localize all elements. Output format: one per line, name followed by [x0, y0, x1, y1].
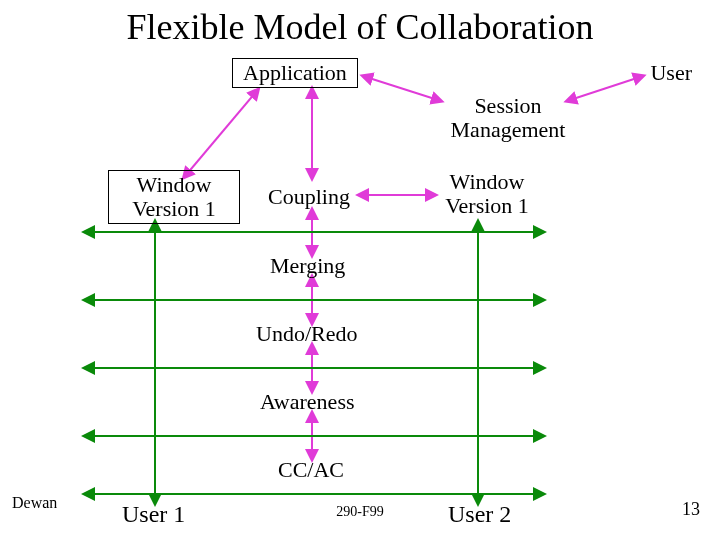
- window-version-right-label: Window Version 1: [432, 170, 542, 218]
- undo-redo-label: Undo/Redo: [256, 322, 357, 346]
- window-version-left-box: Window Version 1: [108, 170, 240, 224]
- footer-page: 13: [682, 499, 700, 520]
- merging-label: Merging: [270, 254, 345, 278]
- svg-line-2: [186, 92, 256, 175]
- slide-title: Flexible Model of Collaboration: [0, 6, 720, 48]
- application-box: Application: [232, 58, 358, 88]
- ccac-label: CC/AC: [278, 458, 344, 482]
- slide: { "title": "Flexible Model of Collaborat…: [0, 0, 720, 540]
- arrow-layer: [0, 0, 720, 540]
- awareness-label: Awareness: [260, 390, 355, 414]
- svg-line-0: [366, 77, 438, 100]
- user-label-top: User: [650, 60, 692, 86]
- session-management-label: Session Management: [438, 94, 578, 142]
- coupling-label: Coupling: [268, 185, 350, 209]
- footer-course: 290-F99: [0, 504, 720, 520]
- svg-line-1: [570, 77, 640, 100]
